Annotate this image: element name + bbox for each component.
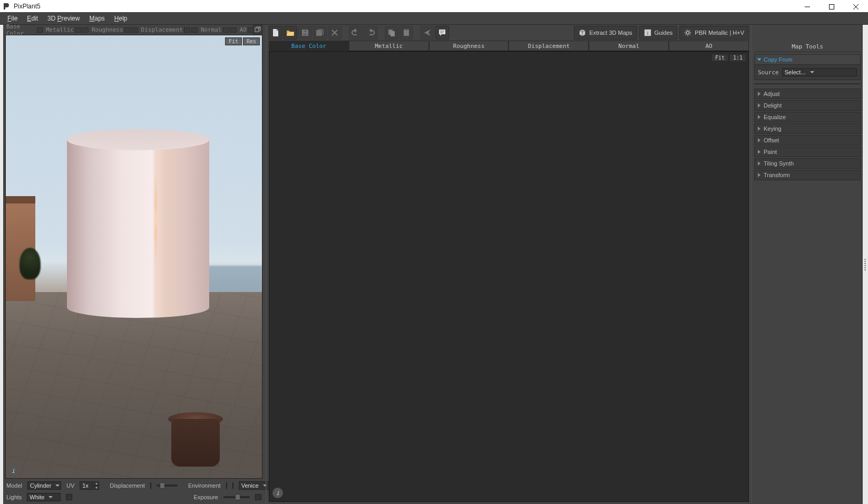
send-button[interactable]: [421, 26, 434, 40]
svg-rect-10: [391, 31, 395, 36]
tab-displacement[interactable]: Displacement: [509, 41, 589, 51]
exposure-slider[interactable]: [223, 496, 250, 498]
section-keying[interactable]: Keying: [754, 123, 861, 134]
svg-point-17: [687, 31, 689, 34]
section-offset[interactable]: Offset: [754, 135, 861, 146]
environment-checkbox[interactable]: [226, 482, 227, 489]
model-select[interactable]: Cylinder: [27, 481, 61, 490]
canvas[interactable]: Fit 1:1 i: [269, 51, 749, 502]
svg-rect-1: [830, 4, 834, 9]
save-button[interactable]: [298, 26, 312, 40]
scene: [6, 35, 262, 478]
swatch-metallic[interactable]: [75, 27, 81, 33]
menu-file[interactable]: File: [3, 14, 22, 23]
displacement-slider[interactable]: [157, 484, 178, 487]
right-edge-strip[interactable]: [863, 25, 868, 504]
displacement-label: Displacement: [110, 482, 145, 489]
main: Base Color Metallic Roughness Displaceme…: [0, 25, 868, 504]
section-copy-from[interactable]: Copy From: [754, 54, 861, 65]
environment-label: Environment: [188, 482, 221, 489]
popout-icon[interactable]: [253, 25, 262, 34]
undo-button[interactable]: [349, 26, 363, 40]
tab-base-color[interactable]: Base Color: [269, 41, 349, 51]
tab-roughness[interactable]: Roughness: [429, 41, 509, 51]
lights-select[interactable]: White: [27, 493, 61, 501]
guides-button[interactable]: i Guides: [639, 26, 678, 40]
swatch-metallic-2[interactable]: [82, 27, 89, 33]
close-button[interactable]: [844, 1, 868, 13]
delete-button[interactable]: [328, 26, 342, 40]
preview-cylinder: [67, 129, 209, 319]
exposure-toggle[interactable]: [255, 494, 261, 500]
svg-rect-6: [304, 30, 307, 32]
uv-label: UV: [66, 482, 74, 489]
paste-button[interactable]: [399, 26, 413, 40]
section-tiling-synth[interactable]: Tiling Synth: [754, 158, 861, 169]
label-ao: AO: [240, 26, 247, 33]
lights-toggle[interactable]: [66, 494, 72, 500]
3d-viewport[interactable]: Fit Res i: [5, 35, 262, 479]
menu-help[interactable]: Help: [110, 14, 132, 23]
map-tools-title: Map Tools: [754, 42, 861, 52]
svg-rect-4: [255, 28, 259, 32]
window-controls: [795, 1, 868, 13]
preview-controls: Model Cylinder UV 1x▲▼ Displacement Envi…: [3, 479, 265, 504]
redo-button[interactable]: [364, 26, 377, 40]
new-button[interactable]: [269, 26, 282, 40]
open-button[interactable]: [284, 26, 297, 40]
map-tools-panel: Map Tools Copy From Source Select... Adj…: [752, 25, 863, 504]
label-normal: Normal: [201, 26, 222, 33]
menu-maps[interactable]: Maps: [85, 14, 109, 23]
info-icon[interactable]: i: [8, 466, 18, 476]
environment-checkbox-2[interactable]: [232, 482, 233, 489]
app-icon: [2, 2, 11, 11]
svg-rect-5: [303, 33, 307, 35]
section-paint[interactable]: Paint: [754, 147, 861, 157]
save-all-button[interactable]: [313, 26, 327, 40]
workflow-button[interactable]: PBR Metallic | H+V: [679, 26, 749, 40]
exposure-label: Exposure: [194, 494, 218, 500]
swatch-base-color[interactable]: [37, 27, 43, 33]
extract-3d-maps-button[interactable]: Extract 3D Maps: [574, 26, 637, 40]
svg-text:i: i: [647, 31, 648, 36]
section-adjust[interactable]: Adjust: [754, 89, 861, 99]
viewport-res-button[interactable]: Res: [243, 37, 260, 45]
label-metallic: Metallic: [46, 26, 74, 33]
swatch-displacement[interactable]: [184, 27, 190, 33]
menubar: File Edit 3D Preview Maps Help: [0, 12, 868, 25]
canvas-info-icon[interactable]: i: [272, 488, 283, 498]
model-label: Model: [6, 482, 22, 489]
preview-panel: Base Color Metallic Roughness Displaceme…: [3, 25, 266, 504]
section-transform[interactable]: Transform: [754, 170, 861, 180]
uv-spinner[interactable]: 1x▲▼: [80, 481, 99, 490]
source-select[interactable]: Select...: [782, 68, 857, 76]
section-equalize[interactable]: Equalize: [754, 112, 861, 122]
maximize-button[interactable]: [820, 1, 844, 13]
viewport-fit-button[interactable]: Fit: [225, 37, 242, 45]
displacement-checkbox[interactable]: [150, 482, 151, 489]
swatch-roughness[interactable]: [124, 27, 131, 33]
source-label: Source: [758, 69, 779, 76]
swatch-displacement-2[interactable]: [191, 27, 198, 33]
accordion: Copy From Source Select... Adjust Deligh…: [754, 53, 861, 180]
tab-normal[interactable]: Normal: [589, 41, 669, 51]
swatch-normal[interactable]: [223, 27, 229, 33]
center-panel: Extract 3D Maps i Guides PBR Metallic | …: [266, 25, 752, 504]
swatch-roughness-2[interactable]: [132, 27, 138, 33]
tab-metallic[interactable]: Metallic: [349, 41, 429, 51]
minimize-button[interactable]: [795, 1, 820, 13]
canvas-fit-button[interactable]: Fit: [711, 54, 728, 62]
tab-ao[interactable]: AO: [669, 41, 749, 51]
canvas-1to1-button[interactable]: 1:1: [729, 54, 746, 62]
map-labels-bar: Base Color Metallic Roughness Displaceme…: [3, 25, 265, 35]
copy-button[interactable]: [385, 26, 398, 40]
comment-button[interactable]: [435, 26, 449, 40]
svg-rect-12: [405, 29, 408, 31]
menu-3d-preview[interactable]: 3D Preview: [43, 14, 84, 23]
environment-select[interactable]: Venice: [239, 481, 270, 490]
menu-edit[interactable]: Edit: [23, 14, 42, 23]
section-delight[interactable]: Delight: [754, 100, 861, 111]
window-title: PixPlant5: [14, 3, 41, 10]
swatch-normal-2[interactable]: [230, 27, 237, 33]
titlebar: PixPlant5: [0, 0, 868, 12]
